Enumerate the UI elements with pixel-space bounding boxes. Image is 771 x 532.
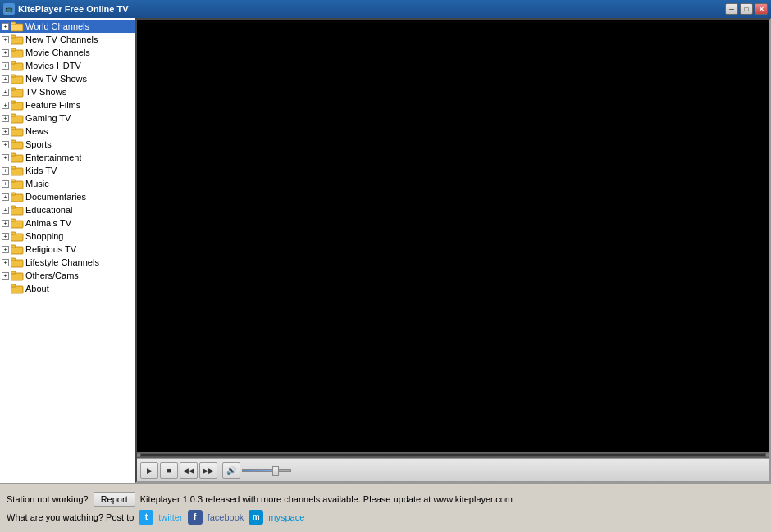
sidebar-item-entertainment[interactable]: + Entertainment: [0, 151, 135, 164]
volume-area: 🔊: [222, 462, 291, 479]
expand-icon[interactable]: +: [2, 23, 9, 30]
folder-icon: [11, 112, 24, 124]
mute-button[interactable]: 🔊: [222, 462, 240, 479]
sidebar-item-label: Shopping: [25, 231, 64, 241]
folder-icon: [11, 243, 24, 255]
sidebar-item-educational[interactable]: + Educational: [0, 203, 135, 216]
prev-button[interactable]: ◀◀: [180, 462, 198, 479]
next-button[interactable]: ▶▶: [199, 462, 217, 479]
svg-rect-37: [11, 258, 16, 261]
stop-button[interactable]: ■: [160, 462, 178, 479]
sidebar: + World Channels+ New TV Channels+ Movie…: [0, 18, 135, 483]
sidebar-item-new-tv-shows[interactable]: + New TV Shows: [0, 72, 135, 85]
volume-slider[interactable]: [242, 469, 291, 472]
expand-icon[interactable]: +: [2, 154, 9, 161]
folder-icon: [11, 125, 24, 137]
expand-icon[interactable]: +: [2, 36, 9, 43]
myspace-label[interactable]: myspace: [268, 512, 304, 522]
myspace-icon[interactable]: m: [249, 510, 263, 525]
folder-icon: [11, 20, 24, 32]
sidebar-item-lifestyle-channels[interactable]: + Lifestyle Channels: [0, 256, 135, 269]
report-button[interactable]: Report: [94, 492, 135, 507]
twitter-label[interactable]: twitter: [158, 512, 182, 522]
progress-track[interactable]: [140, 453, 766, 457]
expand-icon[interactable]: +: [2, 167, 9, 175]
folder-icon: [11, 270, 24, 281]
progress-bar[interactable]: [137, 452, 769, 458]
status-row-1: Station not working? Report Kiteplayer 1…: [7, 492, 764, 507]
sidebar-item-kids-tv[interactable]: + Kids TV: [0, 164, 135, 177]
expand-icon[interactable]: +: [2, 102, 9, 109]
sidebar-item-label: Animals TV: [25, 218, 71, 228]
maximize-button[interactable]: □: [740, 3, 753, 15]
svg-rect-13: [11, 101, 16, 103]
folder-icon: [11, 139, 24, 150]
video-screen: [137, 20, 769, 452]
sidebar-item-label: Sports: [25, 139, 52, 149]
sidebar-item-label: Documentaries: [25, 192, 86, 202]
sidebar-item-label: World Channels: [25, 21, 89, 31]
sidebar-item-religious-tv[interactable]: + Religious TV: [0, 243, 135, 256]
sidebar-item-movie-channels[interactable]: + Movie Channels: [0, 46, 135, 59]
sidebar-item-music[interactable]: + Music: [0, 177, 135, 190]
expand-icon[interactable]: +: [2, 49, 9, 57]
sidebar-item-label: Music: [25, 179, 49, 189]
folder-icon: [11, 47, 24, 58]
expand-icon[interactable]: +: [2, 220, 9, 227]
status-bar: Station not working? Report Kiteplayer 1…: [0, 483, 771, 532]
sidebar-item-about[interactable]: About: [0, 282, 135, 295]
volume-thumb[interactable]: [272, 466, 279, 476]
sidebar-item-label: Movies HDTV: [25, 61, 81, 70]
svg-rect-9: [11, 75, 16, 77]
sidebar-item-label: About: [25, 284, 49, 293]
expand-icon[interactable]: +: [2, 272, 9, 280]
expand-icon[interactable]: +: [2, 128, 9, 135]
close-button[interactable]: ✕: [755, 3, 768, 15]
folder-icon: [11, 60, 24, 71]
play-button[interactable]: ▶: [140, 462, 158, 479]
folder-icon: [11, 204, 24, 216]
svg-rect-11: [11, 88, 16, 90]
expand-icon[interactable]: +: [2, 141, 9, 148]
expand-icon[interactable]: +: [2, 75, 9, 83]
folder-icon: [11, 257, 24, 268]
sidebar-item-label: Entertainment: [25, 152, 81, 162]
sidebar-item-others-cams[interactable]: + Others/Cams: [0, 269, 135, 282]
minimize-button[interactable]: ─: [725, 3, 738, 15]
folder-icon: [11, 283, 24, 294]
twitter-icon[interactable]: t: [139, 510, 153, 525]
expand-icon[interactable]: +: [2, 62, 9, 70]
expand-icon[interactable]: +: [2, 193, 9, 201]
sidebar-item-tv-shows[interactable]: + TV Shows: [0, 85, 135, 98]
expand-icon[interactable]: +: [2, 207, 9, 214]
svg-rect-27: [11, 193, 16, 195]
sidebar-item-shopping[interactable]: + Shopping: [0, 230, 135, 243]
svg-rect-25: [11, 180, 16, 182]
sidebar-item-new-tv-channels[interactable]: + New TV Channels: [0, 33, 135, 46]
sidebar-item-movies-hdtv[interactable]: + Movies HDTV: [0, 59, 135, 72]
sidebar-item-label: TV Shows: [25, 87, 66, 97]
facebook-icon[interactable]: f: [188, 510, 203, 525]
sidebar-item-documentaries[interactable]: + Documentaries: [0, 190, 135, 203]
main-content: + World Channels+ New TV Channels+ Movie…: [0, 18, 771, 483]
folder-icon: [11, 152, 24, 163]
expand-icon[interactable]: +: [2, 180, 9, 188]
svg-rect-41: [11, 284, 16, 287]
facebook-label[interactable]: facebook: [208, 512, 244, 522]
expand-icon[interactable]: +: [2, 246, 9, 253]
expand-icon[interactable]: +: [2, 259, 9, 266]
sidebar-item-animals-tv[interactable]: + Animals TV: [0, 216, 135, 230]
sidebar-item-world-channels[interactable]: + World Channels: [0, 20, 135, 33]
folder-icon: [11, 99, 24, 111]
sidebar-item-gaming-tv[interactable]: + Gaming TV: [0, 111, 135, 125]
expand-icon[interactable]: +: [2, 89, 9, 96]
sidebar-item-news[interactable]: + News: [0, 125, 135, 138]
sidebar-item-label: Educational: [25, 205, 73, 215]
folder-icon: [11, 73, 24, 84]
sidebar-item-sports[interactable]: + Sports: [0, 138, 135, 151]
svg-rect-17: [11, 127, 16, 130]
svg-rect-5: [11, 48, 16, 51]
expand-icon[interactable]: +: [2, 115, 9, 122]
sidebar-item-feature-films[interactable]: + Feature Films: [0, 98, 135, 111]
expand-icon[interactable]: +: [2, 233, 9, 240]
